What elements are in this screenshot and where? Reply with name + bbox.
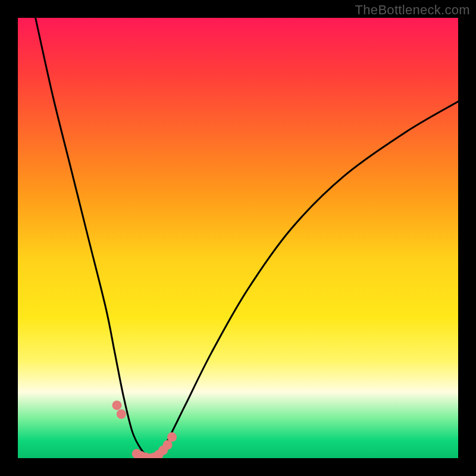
chart-frame: TheBottleneck.com — [0, 0, 476, 476]
marker-dot — [112, 400, 122, 410]
marker-dot — [117, 409, 126, 419]
bottleneck-curve — [36, 18, 458, 458]
marker-dot — [167, 432, 177, 441]
watermark-text: TheBottleneck.com — [355, 2, 470, 18]
marker-group — [112, 400, 177, 458]
plot-area — [18, 18, 458, 458]
chart-svg — [18, 18, 458, 458]
